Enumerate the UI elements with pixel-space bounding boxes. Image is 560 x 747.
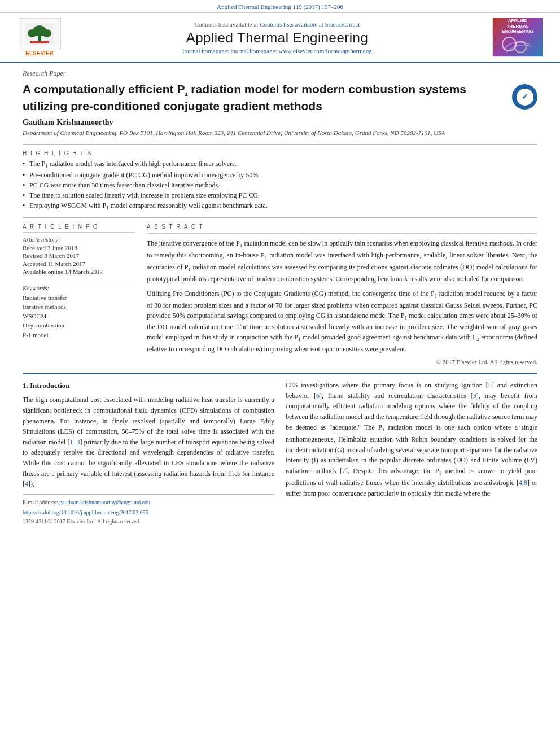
ref-4[interactable]: 4 [25,480,28,488]
highlights-label: H I G H L I G H T S [23,150,537,156]
top-bar: Applied Thermal Engineering 119 (2017) 1… [0,0,560,13]
footnote-area: E-mail address: gautham.krishnamoorthy@e… [23,494,274,526]
article-history-label: Article history: [23,236,135,243]
article-info-label: A R T I C L E I N F O [23,224,135,230]
author-affiliation: Department of Chemical Engineering, PO B… [23,129,537,136]
journal-title: Applied Thermal Engineering [62,30,492,46]
article-title-row: A computationally efficient P1 radiation… [23,81,537,113]
accepted-date: Accepted 11 March 2017 [23,260,135,267]
keywords-list: Radiative transfer Iterative methods WSG… [23,293,135,340]
ref-4-8[interactable]: 4,8 [519,479,527,487]
received-date: Received 3 June 2016 [23,244,135,251]
abstract-paragraph-1: The iterative convergence of the P1 radi… [147,238,537,284]
abstract-column: A B S T R A C T The iterative convergenc… [147,224,537,365]
article-body: 1. Introduction The high computational c… [23,380,537,526]
highlight-item-4: The time to solution scaled linearly wit… [23,191,537,200]
svg-point-4 [42,29,51,37]
body-text-left: The high computational cost associated w… [23,395,274,489]
section-divider [23,373,537,374]
divider-info [23,232,135,233]
article-title: A computationally efficient P1 radiation… [23,81,512,113]
highlight-item-3: PC CG was more than 30 times faster than… [23,181,537,190]
journal-abbr-text: APPLIED THERMAL ENGINEERING [500,18,536,57]
keyword-5: P-1 model [23,330,135,340]
abstract-text: The iterative convergence of the P1 radi… [147,238,537,354]
available-date: Available online 14 March 2017 [23,268,135,275]
homepage-label: journal homepage: [182,47,230,54]
ref-3-right[interactable]: 3 [473,392,476,400]
article-type-label: Research Paper [23,69,537,78]
email-footnote: E-mail address: gautham.krishnamoorthy@e… [23,498,274,507]
email-link[interactable]: gautham.krishnamoorthy@engr.und.edu [59,499,150,505]
body-column-right: LES investigations where the primary foc… [286,380,537,526]
doi-line[interactable]: http://dx.doi.org/10.1016/j.applthermale… [23,508,274,517]
section1-title: 1. Introduction [23,380,274,391]
svg-rect-5 [30,41,49,43]
divider-1 [23,144,537,145]
elsevier-logo-image [19,18,61,49]
journal-citation: Applied Thermal Engineering 119 (2017) 1… [217,3,343,10]
author-name: Gautham Krishnamoorthy [23,118,537,127]
crossmark-icon: ✓ [517,89,533,106]
elsevier-logo: ELSEVIER [17,18,62,56]
keyword-4: Oxy-combustion [23,321,135,330]
keyword-1: Radiative transfer [23,293,135,303]
crossmark-badge[interactable]: ✓ [512,84,537,110]
info-abstract-section: A R T I C L E I N F O Article history: R… [23,224,537,365]
ref-1-3[interactable]: 1–3 [69,438,80,446]
highlights-list: The P1 radiation model was interfaced wi… [23,160,537,211]
article-info-column: A R T I C L E I N F O Article history: R… [23,224,135,365]
ref-5[interactable]: 5 [488,381,492,389]
divider-2 [23,217,537,218]
journal-logo-right: APPLIED THERMAL ENGINEERING [492,18,543,57]
highlight-item-2: Pre-conditioned conjugate gradient (PC C… [23,171,537,180]
journal-header: ELSEVIER Contents lists available at Con… [0,13,560,63]
issn-line: 1359-4311/© 2017 Elsevier Ltd. All right… [23,517,274,526]
keywords-label: Keywords: [23,285,135,291]
journal-header-center: Contents lists available at Contents lis… [62,21,492,54]
elsevier-brand-text: ELSEVIER [25,50,53,56]
doi-text: http://dx.doi.org/10.1016/j.applthermale… [23,509,148,516]
body-column-left: 1. Introduction The high computational c… [23,380,274,526]
highlight-item-5: Employing WSGGM with P1 model compared r… [23,202,537,211]
ref-7[interactable]: 7 [342,467,345,475]
divider-abstract [147,233,537,234]
abstract-paragraph-2: Utilizing Pre-Conditioners (PC) to the C… [147,289,537,355]
journal-homepage: journal homepage: journal homepage: www.… [62,47,492,54]
revised-date: Revised 8 March 2017 [23,252,135,259]
svg-point-3 [28,29,37,37]
divider-keywords [23,281,135,281]
abstract-copyright: © 2017 Elsevier Ltd. All rights reserved… [147,359,537,365]
highlight-item-1: The P1 radiation model was interfaced wi… [23,160,537,169]
body-text-right: LES investigations where the primary foc… [286,380,537,499]
abstract-label: A B S T R A C T [147,224,537,230]
main-content: Research Paper A computationally efficie… [0,63,560,531]
sciencedirect-link[interactable]: Contents lists available at ScienceDirec… [260,21,360,28]
ref-6[interactable]: 6 [316,392,320,400]
keyword-2: Iterative methods [23,302,135,312]
keyword-3: WSGGM [23,312,135,321]
email-label: E-mail address: [23,499,58,505]
page: Applied Thermal Engineering 119 (2017) 1… [0,0,560,747]
homepage-url[interactable]: journal homepage: www.elsevier.com/locat… [230,47,371,54]
contents-available-line: Contents lists available at Contents lis… [62,21,492,28]
